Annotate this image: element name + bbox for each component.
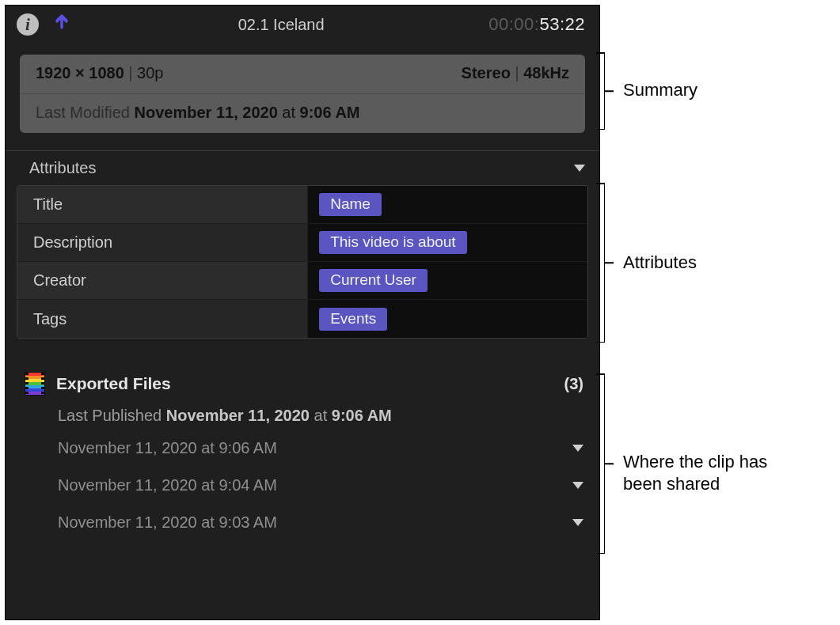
token[interactable]: Current User [319,269,428,292]
attr-label: Title [17,186,308,223]
bracket-summary [604,52,605,130]
callout-shared: Where the clip has been shared [623,451,781,494]
chevron-down-icon [572,445,583,452]
export-item[interactable]: November 11, 2020 at 9:06 AM [25,430,583,467]
attr-label: Tags [17,300,308,338]
attr-value-cell[interactable]: Name [308,186,587,223]
timecode: 00:00:53:22 [488,14,585,35]
exported-section: Exported Files (3) Last Published Novemb… [6,372,599,541]
last-published: Last Published November 11, 2020 at 9:06… [58,407,583,425]
bracket-shared [604,373,605,554]
summary-row-modified: Last Modified November 11, 2020 at 9:06 … [20,94,585,133]
bracket-attributes [604,183,605,343]
attr-label: Description [17,224,308,261]
info-icon[interactable]: i [17,13,39,36]
token[interactable]: Name [319,193,382,216]
inspector-header: i 02.1 Iceland 00:00:53:22 [6,6,599,45]
attr-value-cell[interactable]: Events [308,300,587,338]
export-item[interactable]: November 11, 2020 at 9:04 AM [25,467,583,504]
attr-value-cell[interactable]: Current User [308,262,587,299]
summary-card: 1920 × 1080 | 30p Stereo | 48kHz Last Mo… [20,55,585,133]
attributes-table: Title Name Description This video is abo… [17,185,588,339]
callout-attributes: Attributes [623,252,697,274]
attr-row-title: Title Name [17,186,587,224]
attributes-section-header[interactable]: Attributes [6,151,599,184]
attr-row-tags: Tags Events [17,300,587,338]
attr-value-cell[interactable]: This video is about [308,224,587,261]
exported-title: Exported Files [56,374,171,393]
attr-label: Creator [17,262,308,299]
film-icon [25,372,45,396]
callout-summary: Summary [623,79,697,101]
attributes-title: Attributes [29,159,96,177]
export-item[interactable]: November 11, 2020 at 9:03 AM [25,504,583,541]
token[interactable]: Events [319,308,387,331]
exported-count: (3) [564,375,583,393]
summary-row-format: 1920 × 1080 | 30p Stereo | 48kHz [20,55,585,94]
attr-row-description: Description This video is about [17,224,587,262]
exported-header[interactable]: Exported Files (3) [25,372,583,396]
chevron-down-icon [572,482,583,489]
attr-row-creator: Creator Current User [17,262,587,300]
share-icon[interactable] [50,13,74,36]
inspector-panel: i 02.1 Iceland 00:00:53:22 1920 × 1080 [5,5,600,620]
clip-title: 02.1 Iceland [74,16,488,34]
chevron-down-icon [572,519,583,526]
callouts-layer: Summary Attributes Where the clip has be… [604,0,840,625]
token[interactable]: This video is about [319,231,466,254]
chevron-down-icon [574,165,585,172]
